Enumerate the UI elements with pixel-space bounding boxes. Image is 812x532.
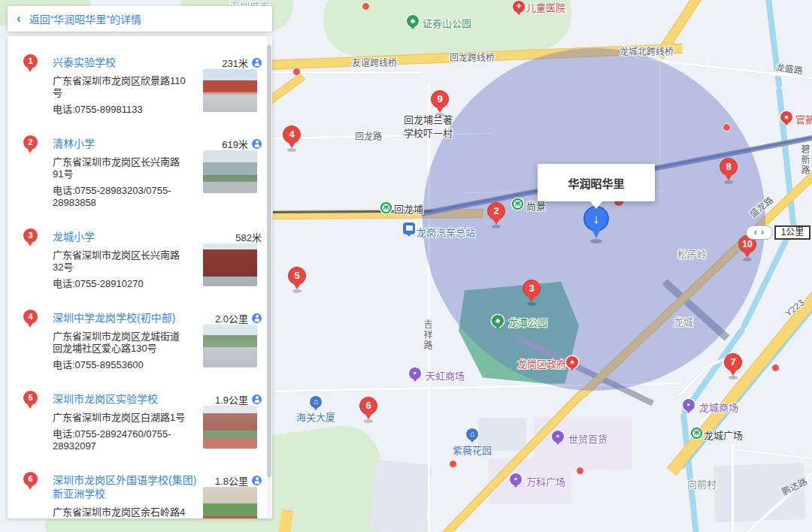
poi-thumbnail[interactable] [203,487,257,518]
list-item[interactable]: 3 龙城小学 582米 广东省深圳市龙岗区长兴南路32号 电话:0755-289… [8,221,272,302]
map-poi-label[interactable]: 证券山公园 [423,16,471,30]
building-block [368,459,432,532]
poi-thumbnail[interactable] [203,69,257,112]
poi-thumbnail[interactable] [203,406,257,449]
map-poi-label[interactable]: 官新 [795,112,812,126]
pano-toggle[interactable]: ‹ › [746,225,773,240]
results-list-panel[interactable]: 1 兴泰实验学校 231米 广东省深圳市龙岗区欣景路110号 电话:0755-8… [8,36,272,518]
poi-address: 广东省深圳市龙岗区长兴南路32号 [53,249,188,274]
map-poi-label[interactable]: 回龙埔 [394,201,423,216]
poi-name-link[interactable]: 龙城小学 [53,230,197,243]
poi-phone: 电话:0755-28924760/0755-28932097 [53,428,188,452]
list-pin-number: 6 [28,474,32,483]
map-marker-9[interactable]: 9 [431,90,449,108]
map-poi-label[interactable]: 回龙埔兰著 [404,112,453,126]
back-chevron-icon[interactable]: ‹ [17,11,21,26]
building-icon[interactable] [466,428,478,440]
map-marker-2[interactable]: 2 [487,202,505,220]
mall-icon[interactable] [683,399,695,411]
poi-name-link[interactable]: 兴泰实验学校 [53,56,197,69]
list-pin-number: 2 [28,138,32,147]
map-poi-label[interactable]: 龙城广场 [704,428,743,442]
park-icon[interactable] [407,15,419,27]
poi-dot[interactable] [723,123,731,131]
metro-icon[interactable] [512,198,523,210]
poi-dot[interactable] [771,364,780,372]
distance-label: 1.8公里 [215,473,248,488]
distance-label: 582米 [235,230,262,244]
map-poi-label[interactable]: 龙潭公园 [508,315,547,329]
list-pin-icon: 2 [23,135,38,150]
metro-icon[interactable] [691,428,702,439]
poi-thumbnail[interactable] [203,325,257,367]
map-poi-label[interactable]: 世贸百货 [568,431,607,446]
poi-address: 广东省深圳市龙岗区欣景路110号 [53,75,188,99]
poi-name-link[interactable]: 深圳市龙岗区实验学校 [53,392,197,406]
panorama-icon[interactable] [252,476,262,485]
map-marker-5[interactable]: 5 [288,267,306,285]
map-marker-6[interactable]: 6 [359,397,377,415]
hospital-icon[interactable] [513,1,525,13]
map-marker-4[interactable]: 4 [283,125,301,144]
road-segment [733,448,812,461]
star-icon[interactable] [566,356,578,368]
road-segment [732,443,734,532]
map-poi-label[interactable]: 学校吓一村 [404,125,453,140]
mall-icon[interactable] [552,431,564,443]
map-poi-label[interactable]: 龙城商场 [699,400,738,414]
poi-name-link[interactable]: 清林小学 [53,137,197,150]
mall-icon[interactable] [510,473,522,485]
star-icon[interactable] [780,111,792,123]
poi-name-link[interactable]: 深圳中学龙岗学校(初中部) [53,311,197,325]
mall-icon[interactable] [409,367,421,379]
poi-address: 广东省深圳市龙岗区余石岭路4号 [53,506,188,518]
poi-dot[interactable] [362,2,370,11]
distance-label: 231米 [222,56,248,70]
list-item[interactable]: 6 深圳市龙岗区外国语学校(集团)新亚洲学校 1.8公里 广东省深圳市龙岗区余石… [8,464,272,518]
panorama-icon[interactable] [252,394,262,404]
back-title[interactable]: 返回“华润昭华里”的详情 [29,11,141,26]
poi-dot[interactable] [576,467,584,475]
poi-address: 广东省深圳市龙岗区龙城街道回龙埔社区爱心路130号 [53,331,188,355]
list-item[interactable]: 2 清林小学 619米 广东省深圳市龙岗区长兴南路91号 电话:0755-289… [8,128,272,221]
poi-thumbnail[interactable] [203,150,257,193]
map-marker-7[interactable]: 7 [724,353,742,371]
list-item[interactable]: 1 兴泰实验学校 231米 广东省深圳市龙岗区欣景路110号 电话:0755-8… [8,47,272,128]
poi-meta: 619米 [222,137,262,151]
list-item[interactable]: 5 深圳市龙岗区实验学校 1.9公里 广东省深圳市龙岗区白湖路1号 电话:075… [8,383,272,464]
list-item[interactable]: 4 深圳中学龙岗学校(初中部) 2.0公里 广东省深圳市龙岗区龙城街道回龙埔社区… [8,302,272,383]
map-poi-label[interactable]: 龙岗汽车总站 [417,225,475,239]
bus-icon[interactable] [403,222,415,234]
map-poi-label[interactable]: 儿童医院 [526,0,565,14]
map-marker-8[interactable]: 8 [720,158,738,176]
panorama-icon[interactable] [252,58,262,68]
back-header[interactable]: ‹ 返回“华润昭华里”的详情 [8,6,272,32]
poi-dot[interactable] [449,460,457,468]
distance-label: 619米 [222,137,248,151]
panorama-icon[interactable] [252,139,262,149]
panorama-icon[interactable] [252,313,262,323]
map-poi-label[interactable]: 天虹商场 [426,368,465,382]
poi-dot[interactable] [292,68,301,76]
poi-address: 广东省深圳市龙岗区长兴南路91号 [53,156,188,180]
distance-label: 2.0公里 [215,311,248,325]
poi-thumbnail[interactable] [203,243,257,286]
map-label: 回龙跨线桥 [450,50,495,63]
list-pin-number: 1 [28,56,32,65]
park-icon[interactable] [492,315,504,327]
poi-phone: 电话:0755-28910270 [53,278,188,290]
poi-meta: 2.0公里 [215,311,262,325]
scrollbar-thumb[interactable] [267,45,271,477]
poi-name-link[interactable]: 深圳市龙岗区外国语学校(集团)新亚洲学校 [53,473,197,500]
map-marker-3[interactable]: 3 [523,280,541,298]
map-poi-label[interactable]: 龙岗区政府 [517,356,566,370]
center-tooltip: 华润昭华里 [538,164,655,201]
poi-meta: 231米 [222,56,262,70]
list-pin-number: 5 [28,393,32,402]
list-pin-number: 3 [28,231,32,240]
map-label: 友谊跨线桥 [352,56,397,68]
metro-icon[interactable] [380,202,392,213]
map-label: 回龙路 [355,129,382,142]
map-poi-label[interactable]: 万科广场 [526,474,565,488]
building-icon[interactable] [310,396,322,408]
